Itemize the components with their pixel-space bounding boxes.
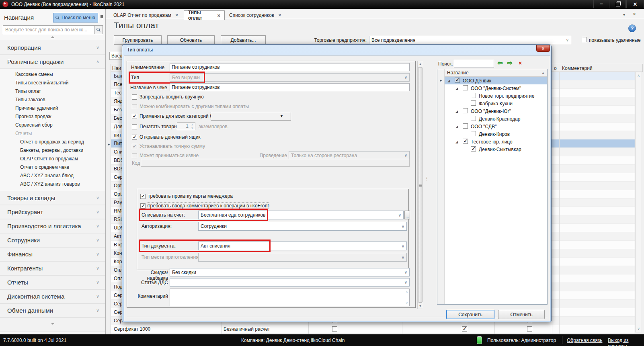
sidebar-item[interactable]: Банкеты, резервы, доставки: [0, 146, 106, 155]
search-prev-icon[interactable]: [497, 59, 502, 67]
sidebar-item[interactable]: Сервисный сбор: [0, 121, 106, 129]
authorization-select[interactable]: Сотрудники: [198, 222, 407, 231]
tree-search-input[interactable]: [454, 60, 494, 68]
tree-checkbox[interactable]: [471, 100, 476, 106]
logout-link[interactable]: Выход из системы: [608, 338, 644, 346]
sidebar-item[interactable]: Отчет о среднем чеке: [0, 163, 106, 172]
tree-expander-icon[interactable]: [455, 110, 458, 113]
tree-row[interactable]: Денвик-Киров: [445, 130, 547, 138]
sidebar-section[interactable]: Финансы: [0, 247, 106, 261]
categories-checkbox[interactable]: [132, 114, 137, 119]
type-select[interactable]: Без выручки: [170, 73, 410, 82]
tab-close-icon[interactable]: [217, 12, 220, 18]
tree-row[interactable]: ООО Денвик: [445, 77, 547, 84]
tree-checkbox[interactable]: [471, 93, 476, 98]
chevron-down-icon[interactable]: [402, 278, 409, 286]
help-icon[interactable]: [628, 25, 636, 32]
sidebar-section[interactable]: Сотрудники: [0, 233, 106, 247]
stepper-down-icon[interactable]: [190, 126, 195, 130]
sidebar-section[interactable]: Дисконтная система: [0, 289, 106, 303]
sidebar-item[interactable]: ABC / XYZ анализ блюд: [0, 172, 106, 180]
cash-drawer-checkbox[interactable]: [132, 135, 137, 140]
tree-row[interactable]: Фабрика Кухни: [445, 100, 547, 107]
sidebar-section[interactable]: Товары и склады: [0, 191, 106, 205]
chevron-down-icon[interactable]: [402, 268, 409, 276]
chevron-down-icon[interactable]: [564, 36, 571, 44]
dialog-close-button[interactable]: [536, 45, 550, 52]
tree-checkbox[interactable]: [463, 139, 468, 144]
tab-olap-report[interactable]: OLAP Отчет по продажам: [109, 10, 183, 20]
tree-checkbox[interactable]: [463, 123, 468, 129]
scroll-down-icon[interactable]: [51, 323, 55, 325]
categories-select[interactable]: [211, 112, 291, 121]
column-header-comment[interactable]: Комментарий: [562, 66, 593, 71]
tree-checkbox[interactable]: [455, 78, 460, 83]
sidebar-section[interactable]: Обмен данными: [0, 303, 106, 317]
sidebar-item[interactable]: Типы заказов: [0, 96, 106, 104]
tree-checkbox[interactable]: [471, 131, 476, 136]
tab-close-icon[interactable]: [278, 12, 281, 18]
scroll-up-icon[interactable]: [418, 61, 423, 67]
tree-row[interactable]: ООО "Денвик-Систем": [445, 84, 547, 92]
minimize-button[interactable]: [593, 0, 609, 8]
tree-expander-icon[interactable]: [455, 87, 458, 90]
splitter-handle[interactable]: [425, 176, 427, 188]
sidebar-item[interactable]: ABC / XYZ анализ товаров: [0, 180, 106, 188]
scroll-up-icon[interactable]: [51, 36, 55, 38]
tree-row[interactable]: ООО "Денвик-Юг": [445, 107, 547, 115]
comment-textarea[interactable]: [170, 289, 410, 306]
pin-icon[interactable]: [99, 15, 104, 20]
table-scrollbar[interactable]: [635, 72, 642, 332]
sidebar-item[interactable]: Типы оплат: [0, 87, 106, 96]
scroll-down-icon[interactable]: [636, 326, 642, 332]
tree-header[interactable]: Название: [445, 69, 547, 77]
scroll-up-icon[interactable]: [636, 72, 642, 79]
copies-stepper[interactable]: 1: [177, 122, 195, 130]
row-checkbox[interactable]: [527, 326, 532, 332]
sidebar-item[interactable]: Отчеты: [0, 129, 106, 138]
sidebar-search-button[interactable]: [94, 25, 103, 34]
forbid-manual-checkbox[interactable]: [132, 94, 137, 100]
refresh-button[interactable]: Обновить: [167, 35, 215, 45]
chevron-down-icon[interactable]: [400, 242, 406, 250]
row-checkbox[interactable]: [462, 326, 467, 332]
sidebar-section[interactable]: Отчеты: [0, 275, 106, 289]
column-header-name[interactable]: Наи: [112, 66, 121, 71]
sidebar-search-input[interactable]: Введите текст для поиска по меню...: [3, 25, 95, 34]
group-button[interactable]: Группировать: [114, 35, 162, 45]
feedback-link[interactable]: Обратная связь: [567, 338, 602, 343]
sidebar-item[interactable]: Причины удалений: [0, 104, 106, 113]
add-button[interactable]: Добавить...: [221, 35, 266, 45]
sidebar-item[interactable]: Кассовые смены: [0, 70, 106, 79]
writeoff-browse-button[interactable]: ...: [404, 211, 410, 219]
enterprises-select[interactable]: Все подразделения: [369, 36, 571, 44]
tab-strip-close-icon[interactable]: [633, 11, 636, 17]
tree-row[interactable]: Денвик-Краснодар: [445, 115, 547, 123]
tree-row[interactable]: Тестовое юр. лицо: [445, 138, 547, 145]
tab-employee-list[interactable]: Список сотрудников: [225, 10, 285, 20]
cancel-button[interactable]: Отменить: [498, 310, 545, 319]
tree-checkbox[interactable]: [471, 116, 476, 121]
maximize-button[interactable]: [610, 0, 626, 8]
chevron-down-icon[interactable]: [400, 222, 406, 230]
vat-article-select[interactable]: [170, 278, 410, 287]
chevron-down-icon[interactable]: [396, 211, 403, 219]
tab-list-dropdown-icon[interactable]: [623, 12, 625, 17]
name-input[interactable]: Питание сотрудников: [170, 63, 410, 71]
scrollbar-thumb[interactable]: [418, 67, 422, 303]
tree-row[interactable]: Новое торг. предприятие: [445, 92, 547, 100]
discount-select[interactable]: Без скидки: [170, 268, 410, 276]
sidebar-section[interactable]: Контрагенты: [0, 261, 106, 275]
row-checkbox[interactable]: [332, 326, 337, 332]
column-header-o[interactable]: о: [554, 66, 557, 71]
search-clear-icon[interactable]: [519, 60, 522, 66]
receipt-name-input[interactable]: Питание сотрудников: [170, 83, 410, 91]
sidebar-section[interactable]: Розничные продажи: [0, 55, 106, 69]
form-scrollbar[interactable]: [417, 61, 423, 309]
search-next-icon[interactable]: [507, 59, 513, 67]
sidebar-section[interactable]: Корпорация: [0, 41, 106, 55]
writeoff-account-select[interactable]: Бесплатная еда сотрудников: [198, 211, 404, 219]
save-button[interactable]: Сохранить: [446, 310, 494, 319]
close-button[interactable]: [626, 0, 644, 8]
tree-expander-icon[interactable]: [455, 140, 458, 144]
